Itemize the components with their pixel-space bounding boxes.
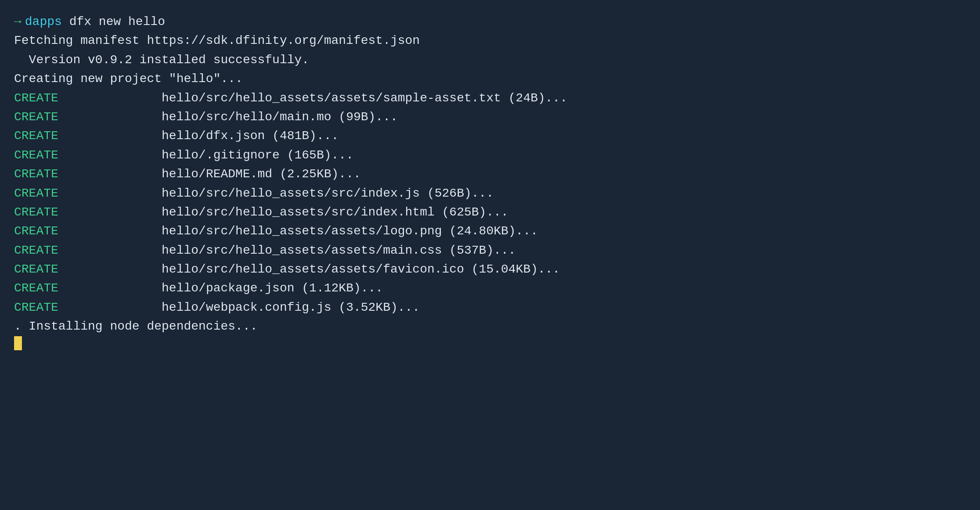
output-text: Version v0.9.2 installed successfully. [14, 50, 309, 69]
create-gap [117, 279, 162, 298]
create-gap [117, 260, 162, 279]
file-path: hello/webpack.config.js (3.52KB)... [162, 298, 420, 317]
file-path: hello/src/hello_assets/src/index.js (526… [162, 184, 494, 203]
create-gap [117, 126, 162, 145]
file-path: hello/src/hello_assets/assets/logo.png (… [162, 222, 538, 241]
prompt-arrow-icon: → [14, 12, 22, 31]
terminal-line: CREATE hello/package.json (1.12KB)... [14, 279, 966, 298]
create-keyword: CREATE [14, 146, 117, 165]
create-keyword: CREATE [14, 279, 117, 298]
create-gap [117, 298, 162, 317]
prompt-directory: dapps [25, 12, 62, 31]
create-gap [117, 165, 162, 183]
terminal-line: CREATE hello/src/hello_assets/assets/fav… [14, 260, 966, 279]
terminal-line: CREATE hello/src/hello/main.mo (99B)... [14, 108, 966, 126]
terminal-line: . Installing node dependencies... [14, 317, 966, 336]
terminal-line: Fetching manifest https://sdk.dfinity.or… [14, 31, 966, 50]
terminal-line: CREATE hello/.gitignore (165B)... [14, 146, 966, 165]
create-keyword: CREATE [14, 203, 117, 222]
create-gap [117, 108, 162, 126]
create-keyword: CREATE [14, 222, 117, 241]
create-keyword: CREATE [14, 241, 117, 260]
create-gap [117, 203, 162, 222]
terminal-line: CREATE hello/src/hello_assets/src/index.… [14, 203, 966, 222]
file-path: hello/src/hello_assets/assets/sample-ass… [162, 89, 567, 108]
create-keyword: CREATE [14, 298, 117, 317]
cursor-line [14, 336, 966, 350]
terminal-line: Creating new project "hello"... [14, 69, 966, 88]
create-keyword: CREATE [14, 165, 117, 183]
file-path: hello/package.json (1.12KB)... [162, 279, 383, 298]
terminal-line: CREATE hello/README.md (2.25KB)... [14, 165, 966, 183]
create-gap [117, 89, 162, 108]
file-path: hello/src/hello_assets/assets/favicon.ic… [162, 260, 560, 279]
terminal-line: CREATE hello/src/hello_assets/assets/mai… [14, 241, 966, 260]
file-path: hello/src/hello_assets/assets/main.css (… [162, 241, 516, 260]
create-gap [117, 241, 162, 260]
create-keyword: CREATE [14, 126, 117, 145]
terminal-line: CREATE hello/src/hello_assets/assets/log… [14, 222, 966, 241]
create-keyword: CREATE [14, 108, 117, 126]
prompt-command: dfx new hello [69, 12, 165, 31]
create-keyword: CREATE [14, 260, 117, 279]
terminal-line: CREATE hello/webpack.config.js (3.52KB).… [14, 298, 966, 317]
terminal-cursor [14, 336, 22, 350]
file-path: hello/dfx.json (481B)... [162, 126, 339, 145]
create-keyword: CREATE [14, 89, 117, 108]
output-text: . Installing node dependencies... [14, 317, 258, 336]
terminal-line: CREATE hello/src/hello_assets/src/index.… [14, 184, 966, 203]
terminal-line: CREATE hello/src/hello_assets/assets/sam… [14, 89, 966, 108]
output-area: Fetching manifest https://sdk.dfinity.or… [14, 31, 966, 350]
create-gap [117, 184, 162, 203]
terminal: → dapps dfx new hello Fetching manifest … [14, 12, 966, 350]
file-path: hello/README.md (2.25KB)... [162, 165, 361, 183]
output-text: Fetching manifest https://sdk.dfinity.or… [14, 31, 420, 50]
prompt-space [62, 12, 69, 31]
terminal-line: Version v0.9.2 installed successfully. [14, 50, 966, 69]
output-text: Creating new project "hello"... [14, 69, 243, 88]
create-gap [117, 222, 162, 241]
create-gap [117, 146, 162, 165]
file-path: hello/src/hello_assets/src/index.html (6… [162, 203, 508, 222]
file-path: hello/src/hello/main.mo (99B)... [162, 108, 398, 126]
prompt-line: → dapps dfx new hello [14, 12, 966, 31]
create-keyword: CREATE [14, 184, 117, 203]
terminal-line: CREATE hello/dfx.json (481B)... [14, 126, 966, 145]
file-path: hello/.gitignore (165B)... [162, 146, 353, 165]
